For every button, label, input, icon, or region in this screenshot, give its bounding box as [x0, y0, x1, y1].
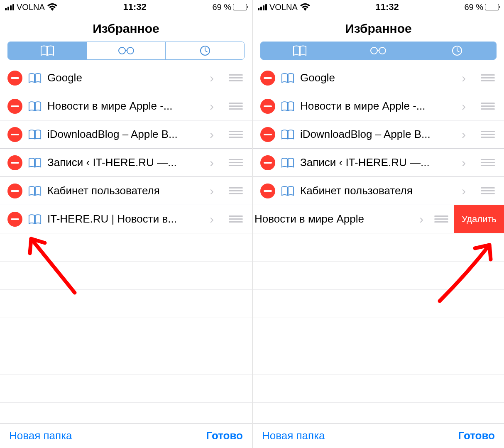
chevron-right-icon: › — [414, 212, 428, 226]
reorder-handle[interactable] — [219, 177, 252, 205]
list-item[interactable]: Новости в мире Apple -... › — [0, 92, 252, 120]
bookmark-title: Новости в мире Apple -... — [47, 100, 205, 113]
delete-minus-button[interactable] — [7, 99, 22, 114]
bookmark-icon — [281, 129, 294, 140]
chevron-right-icon: › — [457, 156, 471, 170]
bookmark-icon — [281, 101, 294, 112]
chevron-right-icon: › — [457, 127, 471, 142]
svg-point-3 — [371, 47, 377, 54]
delete-minus-button[interactable] — [260, 155, 275, 170]
reorder-handle[interactable] — [219, 120, 252, 148]
bookmark-icon — [281, 186, 294, 196]
tab-bookmarks[interactable] — [8, 42, 86, 59]
tab-history[interactable] — [165, 42, 244, 59]
glasses-icon — [370, 47, 387, 55]
reorder-handle[interactable] — [471, 92, 504, 120]
signal-icon — [5, 4, 14, 10]
book-open-icon — [293, 45, 307, 56]
status-bar: VOLNA 11:32 69 % — [253, 0, 504, 14]
battery-percent: 69 % — [212, 2, 231, 12]
delete-minus-button[interactable] — [260, 127, 275, 142]
empty-area — [253, 233, 504, 403]
chevron-right-icon: › — [205, 156, 219, 170]
delete-minus-button[interactable] — [260, 99, 275, 114]
list-item[interactable]: iDownloadBlog – Apple B... › — [0, 120, 252, 149]
reorder-handle[interactable] — [471, 149, 504, 176]
delete-minus-button[interactable] — [7, 127, 22, 142]
segmented-control[interactable] — [260, 42, 497, 60]
tab-history[interactable] — [418, 42, 496, 59]
carrier-label: VOLNA — [269, 2, 298, 12]
done-button[interactable]: Готово — [458, 429, 495, 442]
delete-minus-button[interactable] — [260, 71, 275, 86]
chevron-right-icon: › — [457, 184, 471, 198]
bookmarks-list: Google › Новости в мире Apple -... › iDo… — [253, 64, 504, 423]
status-bar: VOLNA 11:32 69 % — [0, 0, 252, 14]
svg-point-4 — [379, 47, 386, 54]
chevron-right-icon: › — [205, 212, 219, 226]
bookmark-title: Новости в мире Apple -... — [300, 100, 457, 113]
reorder-handle[interactable] — [219, 149, 252, 176]
delete-minus-button[interactable] — [7, 212, 22, 227]
list-item[interactable]: Записи ‹ IT-HERE.RU —... › — [253, 149, 504, 177]
battery-icon — [485, 4, 499, 10]
bookmark-icon — [28, 101, 42, 112]
wifi-icon — [300, 3, 310, 11]
list-item[interactable]: Новости в мире Apple -... › — [253, 92, 504, 120]
new-folder-button[interactable]: Новая папка — [9, 429, 72, 442]
bookmark-icon — [28, 73, 42, 83]
reorder-handle[interactable] — [428, 205, 454, 233]
glasses-icon — [118, 47, 135, 55]
reorder-handle[interactable] — [471, 120, 504, 148]
new-folder-button[interactable]: Новая папка — [262, 429, 325, 442]
wifi-icon — [47, 3, 57, 11]
reorder-handle[interactable] — [471, 64, 504, 92]
delete-minus-button[interactable] — [260, 184, 275, 198]
list-item-swiped[interactable]: Новости в мире Apple › Удалить — [253, 205, 504, 233]
bookmark-title: Google — [300, 71, 457, 84]
chevron-right-icon: › — [457, 71, 471, 85]
tab-reading-list[interactable] — [339, 42, 417, 59]
done-button[interactable]: Готово — [206, 429, 243, 442]
delete-minus-button[interactable] — [7, 184, 22, 198]
reorder-handle[interactable] — [219, 92, 252, 120]
bookmark-title: iDownloadBlog – Apple B... — [47, 128, 205, 141]
list-item[interactable]: IT-HERE.RU | Новости в... › — [0, 205, 252, 233]
bookmark-title: Google — [47, 71, 205, 84]
bookmark-title: Кабинет пользователя — [47, 184, 205, 197]
bookmark-icon — [28, 129, 42, 140]
reorder-handle[interactable] — [219, 64, 252, 92]
clock-icon — [200, 45, 210, 56]
delete-minus-button[interactable] — [7, 155, 22, 170]
bookmark-icon — [28, 186, 42, 196]
reorder-handle[interactable] — [471, 177, 504, 205]
tab-reading-list[interactable] — [86, 42, 165, 59]
list-item[interactable]: iDownloadBlog – Apple B... › — [253, 120, 504, 149]
delete-minus-button[interactable] — [7, 71, 22, 86]
chevron-right-icon: › — [205, 71, 219, 85]
book-open-icon — [40, 45, 54, 56]
bookmark-icon — [281, 73, 294, 83]
reorder-handle[interactable] — [219, 205, 252, 233]
bookmarks-list: Google › Новости в мире Apple -... › iDo… — [0, 64, 252, 423]
page-title: Избранное — [0, 14, 252, 42]
delete-button[interactable]: Удалить — [454, 205, 504, 233]
bookmark-icon — [281, 157, 294, 168]
chevron-right-icon: › — [457, 99, 471, 113]
svg-point-0 — [119, 47, 125, 54]
bookmark-title: Записи ‹ IT-HERE.RU —... — [300, 156, 457, 169]
bottom-toolbar: Новая папка Готово — [253, 423, 504, 448]
bookmark-title: iDownloadBlog – Apple B... — [300, 128, 457, 141]
tab-bookmarks[interactable] — [261, 42, 339, 59]
segmented-control[interactable] — [7, 42, 245, 60]
list-item[interactable]: Google › — [253, 64, 504, 92]
list-item[interactable]: Записи ‹ IT-HERE.RU —... › — [0, 149, 252, 177]
list-item[interactable]: Кабинет пользователя › — [253, 177, 504, 205]
chevron-right-icon: › — [205, 184, 219, 198]
bookmark-icon — [28, 214, 42, 225]
chevron-right-icon: › — [205, 127, 219, 142]
list-item[interactable]: Google › — [0, 64, 252, 92]
bookmark-title: Кабинет пользователя — [300, 184, 457, 197]
list-item[interactable]: Кабинет пользователя › — [0, 177, 252, 205]
carrier-label: VOLNA — [17, 2, 45, 12]
